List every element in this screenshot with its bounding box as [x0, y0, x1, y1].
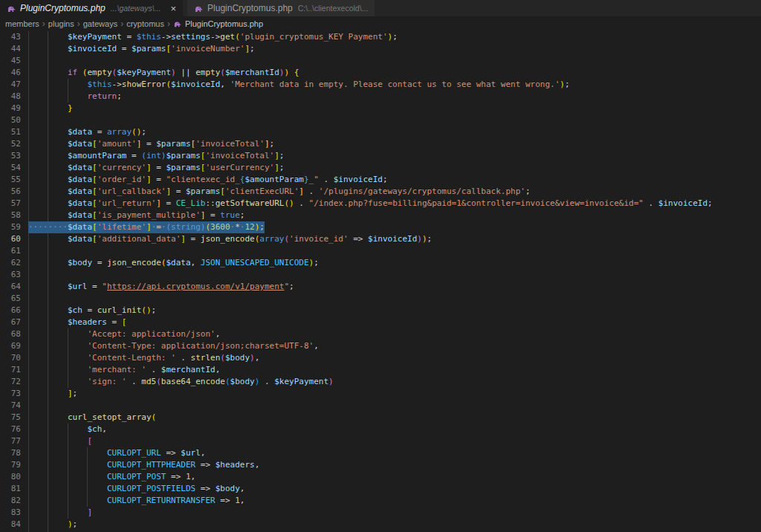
line-number[interactable]: 46 [0, 67, 21, 79]
code-line[interactable]: 71 'merchant: ' . $merchantId, [0, 364, 761, 376]
code-text: ········$data['lifetime']·=·(string)(360… [21, 221, 265, 233]
tab-bar: PluginCryptomus.php ...\gateways\... × P… [0, 0, 761, 16]
code-line[interactable]: 66 $ch = curl_init(); [0, 305, 761, 317]
code-line[interactable]: 83 ] [0, 507, 761, 519]
line-number[interactable]: 60 [0, 233, 21, 245]
line-number[interactable]: 66 [0, 305, 21, 317]
code-line[interactable]: 79 CURLOPT_HTTPHEADER => $headers, [0, 459, 761, 471]
code-line[interactable]: 43 $keyPayment = $this->settings->get('p… [0, 31, 761, 43]
code-line[interactable]: 65 [0, 293, 761, 305]
line-number[interactable]: 71 [0, 364, 21, 376]
line-number[interactable]: 44 [0, 43, 21, 55]
line-number[interactable]: 51 [0, 126, 21, 138]
code-editor: 43 $keyPayment = $this->settings->get('p… [0, 31, 761, 532]
line-number[interactable]: 49 [0, 103, 21, 114]
code-text: ] [21, 507, 92, 519]
line-number[interactable]: 78 [0, 447, 21, 459]
line-number[interactable]: 73 [0, 388, 21, 400]
code-line[interactable]: 51 $data = array(); [0, 126, 761, 138]
line-number[interactable]: 62 [0, 257, 21, 269]
line-number[interactable]: 65 [0, 293, 21, 305]
code-line[interactable]: 54 $data['currency'] = $params['userCurr… [0, 162, 761, 174]
code-line[interactable]: 52 $data['amount'] = $params['invoiceTot… [0, 138, 761, 150]
line-number[interactable]: 83 [0, 507, 21, 519]
code-line[interactable]: 48 return; [0, 91, 761, 103]
code-line[interactable]: 67 $headers = [ [0, 317, 761, 328]
code-line[interactable]: 45 [0, 55, 761, 67]
code-line[interactable]: 60 $data['additional_data'] = json_encod… [0, 233, 761, 245]
code-line[interactable]: 64 $url = "https://api.cryptomus.com/v1/… [0, 281, 761, 293]
line-number[interactable]: 69 [0, 340, 21, 352]
code-line[interactable]: 55 $data['order_id'] = "clientexec_id_{$… [0, 174, 761, 186]
code-line[interactable]: 46 if (empty($keyPayment) || empty($merc… [0, 67, 761, 79]
line-number[interactable]: 58 [0, 210, 21, 221]
code-line[interactable]: 49 } [0, 103, 761, 114]
code-line[interactable]: 72 'sign: ' . md5(base64_encode($body) .… [0, 376, 761, 388]
code-line[interactable]: 80 CURLOPT_POST => 1, [0, 471, 761, 483]
code-line[interactable]: 82 CURLOPT_RETURNTRANSFER => 1, [0, 495, 761, 507]
code-line[interactable]: 58 $data['is_payment_multiple'] = true; [0, 210, 761, 221]
line-number[interactable]: 81 [0, 483, 21, 495]
code-line[interactable]: 59········$data['lifetime']·=·(string)(3… [0, 221, 761, 233]
code-line[interactable]: 70 'Content-Length: ' . strlen($body), [0, 352, 761, 364]
line-number[interactable]: 61 [0, 245, 21, 257]
line-number[interactable]: 48 [0, 91, 21, 103]
line-number[interactable]: 54 [0, 162, 21, 174]
code-line[interactable]: 56 $data['url_callback'] = $params['clie… [0, 186, 761, 198]
line-number[interactable]: 45 [0, 55, 21, 67]
line-number[interactable]: 79 [0, 459, 21, 471]
breadcrumb-item-gateways[interactable]: gateways [83, 19, 117, 28]
line-number[interactable]: 76 [0, 424, 21, 435]
code-line[interactable]: 61 [0, 245, 761, 257]
code-line[interactable]: 73 ]; [0, 388, 761, 400]
code-text: return; [21, 91, 122, 103]
line-number[interactable]: 43 [0, 31, 21, 43]
line-number[interactable]: 53 [0, 150, 21, 162]
code-line[interactable]: 81 CURLOPT_POSTFIELDS => $body, [0, 483, 761, 495]
breadcrumb-file[interactable]: PluginCryptomus.php [173, 19, 263, 28]
code-line[interactable]: 75 curl_setopt_array( [0, 412, 761, 424]
line-number[interactable]: 80 [0, 471, 21, 483]
tab-plugincryptomus-1[interactable]: PluginCryptomus.php ...\gateways\... × [0, 0, 183, 16]
code-line[interactable]: 50 [0, 114, 761, 126]
line-number[interactable]: 82 [0, 495, 21, 507]
code-line[interactable]: 53 $amountParam = (int)$params['invoiceT… [0, 150, 761, 162]
code-line[interactable]: 57 $data['url_return'] = CE_Lib::getSoft… [0, 198, 761, 210]
line-number[interactable]: 52 [0, 138, 21, 150]
line-number[interactable]: 56 [0, 186, 21, 198]
breadcrumb-item-members[interactable]: members [5, 19, 39, 28]
code-text: CURLOPT_URL => $url, [21, 447, 205, 459]
line-number[interactable]: 57 [0, 198, 21, 210]
line-number[interactable]: 64 [0, 281, 21, 293]
code-line[interactable]: 78 CURLOPT_URL => $url, [0, 447, 761, 459]
php-icon [7, 4, 16, 13]
line-number[interactable]: 67 [0, 317, 21, 328]
code-line[interactable]: 69 'Content-Type: application/json;chars… [0, 340, 761, 352]
code-line[interactable]: 62 $body = json_encode($data, JSON_UNESC… [0, 257, 761, 269]
code-line[interactable]: 74 [0, 400, 761, 412]
close-icon[interactable]: × [170, 4, 176, 13]
line-number[interactable]: 72 [0, 376, 21, 388]
breadcrumb-item-plugins[interactable]: plugins [48, 19, 74, 28]
line-number[interactable]: 55 [0, 174, 21, 186]
line-number[interactable]: 84 [0, 519, 21, 531]
line-number[interactable]: 75 [0, 412, 21, 424]
code-text: $data['additional_data'] = json_encode(a… [21, 233, 432, 245]
breadcrumb-item-cryptomus[interactable]: cryptomus [126, 19, 164, 28]
tab-plugincryptomus-2[interactable]: PluginCryptomus.php C:\..\clientexecold\… [187, 0, 375, 16]
line-number[interactable]: 63 [0, 269, 21, 281]
line-number[interactable]: 50 [0, 114, 21, 126]
line-number[interactable]: 59 [0, 221, 21, 233]
code-line[interactable]: 44 $invoiceId = $params['invoiceNumber']… [0, 43, 761, 55]
line-number[interactable]: 68 [0, 328, 21, 340]
code-line[interactable]: 76 $ch, [0, 424, 761, 435]
code-line[interactable]: 68 'Accept: application/json', [0, 328, 761, 340]
code-line[interactable]: 84 ); [0, 519, 761, 531]
line-number[interactable]: 47 [0, 79, 21, 91]
code-line[interactable]: 47 $this->showError($invoiceId, 'Merchan… [0, 79, 761, 91]
code-line[interactable]: 77 [ [0, 435, 761, 447]
line-number[interactable]: 70 [0, 352, 21, 364]
line-number[interactable]: 74 [0, 400, 21, 412]
line-number[interactable]: 77 [0, 435, 21, 447]
code-line[interactable]: 63 [0, 269, 761, 281]
